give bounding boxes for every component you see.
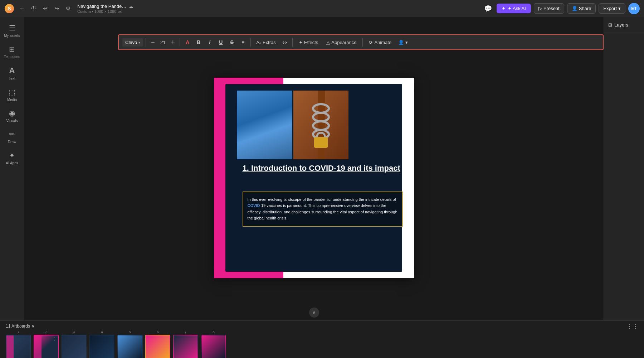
layers-label: Layers [614,22,628,28]
thumb-pink-bar-1 [6,335,14,358]
comment-button[interactable]: 💬 [482,3,494,14]
sidebar-item-my-assets[interactable]: ☰ My assets [1,20,23,41]
undo-button[interactable]: ↩ [40,4,50,14]
title-section: Navigating the Pande… ☁ Custom • 1080 × … [77,4,133,14]
sidebar-item-draw[interactable]: ✏ Draw [1,126,23,147]
ask-ai-button[interactable]: ✦ ✦ Ask AI [497,4,531,13]
filmstrip-thumb-6[interactable] [145,335,170,358]
present-button[interactable]: ▷ Present [534,3,564,14]
artboard-inner: 1. Introduction to COVID-19 and its impa… [214,78,414,278]
artboard-count: 11 Artboards ∨ [6,324,35,329]
divider-3 [250,38,251,47]
effects-icon: ✦ [299,40,303,45]
svg-point-5 [263,114,279,146]
collapse-button[interactable]: ∨ [309,308,319,318]
thumb-inner-2: ⋮ [34,335,58,358]
filmstrip-thumb-2[interactable]: ⋮ [34,335,59,358]
draw-icon: ✏ [9,130,15,139]
italic-button[interactable]: I [205,37,215,47]
export-chevron-icon: ▾ [618,6,621,11]
appearance-label: Appearance [331,40,356,45]
sidebar-item-ai-apps[interactable]: ✦ AI Apps [1,147,23,169]
animate-icon: ⟳ [369,40,373,45]
filmstrip-num-8: 8 [213,332,215,334]
font-size-value: 21 [158,40,167,45]
filmstrip-item-7[interactable]: 7 [173,332,198,358]
font-color-button[interactable]: A [182,37,192,47]
collaboration-button[interactable]: 👤 ▾ [396,38,410,47]
increase-size-button[interactable]: + [169,38,177,47]
images-row [237,91,414,159]
filmstrip-thumb-5[interactable] [117,335,142,358]
filmstrip-item-1[interactable]: 1 [6,332,31,358]
export-button[interactable]: Export ▾ [599,3,625,14]
artboard-chevron-icon[interactable]: ∨ [31,324,35,329]
font-chevron-icon: ▾ [138,40,140,44]
svg-point-3 [250,105,263,118]
strikethrough-button[interactable]: S [227,37,237,47]
text-icon: A [9,66,15,75]
underline-button[interactable]: U [216,37,226,47]
top-bar: S ← ⏱ ↩ ↪ ⚙ Navigating the Pande… ☁ Cust… [0,0,644,17]
present-label: Present [543,6,560,11]
filmstrip-item-6[interactable]: 6 [145,332,170,358]
document-subtitle: Custom • 1080 × 1080 px [77,9,133,14]
filmstrip-item-8[interactable]: 8 [201,332,226,358]
filmstrip-thumb-7[interactable] [173,335,198,358]
align-button[interactable]: ≡ [238,37,248,47]
svg-rect-0 [237,91,292,159]
ask-ai-icon: ✦ [502,6,506,11]
animate-label: Animate [374,40,391,45]
filmstrip-item-2[interactable]: 2 ⋮ [34,332,59,358]
sidebar-item-text[interactable]: A Text [1,62,23,84]
extras-label: Extras [263,40,276,45]
history-button[interactable]: ⏱ [29,4,39,14]
svg-point-6 [264,111,275,122]
svg-point-2 [247,108,267,144]
extras-button[interactable]: Aₐ Extras [253,38,279,47]
filmstrip-item-3[interactable]: 3 [62,332,87,358]
back-button[interactable]: ← [17,4,27,14]
sidebar-media-label: Media [7,98,17,102]
visuals-icon: ◉ [9,109,15,117]
collab-chevron-icon: ▾ [405,40,408,45]
thumb-pink-bar-2 [34,335,42,358]
filmstrip-thumb-4[interactable] [89,335,114,358]
sidebar-item-media[interactable]: ⬚ Media [1,84,23,105]
sidebar-item-visuals[interactable]: ◉ Visuals [1,105,23,126]
filmstrip-track: 1 2 ⋮ 3 4 [0,332,644,358]
right-panel: ⊞ Layers [604,17,644,320]
effects-button[interactable]: ✦ Effects [295,38,322,47]
filmstrip-item-4[interactable]: 4 [89,332,114,358]
filmstrip-thumb-3[interactable] [62,335,87,358]
animate-button[interactable]: ⟳ Animate [365,38,395,47]
filmstrip-item-5[interactable]: 5 [117,332,142,358]
share-button[interactable]: 👤 Share [567,3,596,14]
svg-rect-8 [237,156,292,159]
font-selector[interactable]: Chivo ▾ [122,38,143,47]
thumb-more-icon[interactable]: ⋮ [53,337,57,341]
artboard[interactable]: 1. Introduction to COVID-19 and its impa… [214,78,414,278]
filmstrip-thumb-1[interactable] [6,335,31,358]
sidebar-item-templates[interactable]: ⊞ Templates [1,41,23,62]
filmstrip-header: 11 Artboards ∨ ⋮⋮ [0,321,644,332]
filmstrip-num-6: 6 [157,332,159,334]
covid-people-image[interactable] [237,91,292,159]
spacing-button[interactable]: ⇔ [280,37,290,47]
filmstrip-num-7: 7 [185,332,187,334]
decrease-size-button[interactable]: − [148,38,157,47]
body-text-box[interactable]: In this ever-evolving landscape of the p… [243,192,403,227]
settings-button[interactable]: ⚙ [63,4,73,14]
chain-lock-image[interactable] [293,91,348,159]
canvas-scroll[interactable]: 1. Introduction to COVID-19 and its impa… [24,17,604,320]
thumb-inner-1 [6,335,30,358]
bold-button[interactable]: B [194,37,204,47]
sidebar-draw-label: Draw [8,140,16,144]
templates-icon: ⊞ [9,45,15,53]
appearance-button[interactable]: △ Appearance [323,38,360,47]
redo-button[interactable]: ↪ [52,4,62,14]
grid-view-icon[interactable]: ⋮⋮ [627,323,638,330]
dark-card: 1. Introduction to COVID-19 and its impa… [225,84,402,272]
avatar[interactable]: ET [628,3,640,14]
filmstrip-thumb-8[interactable] [201,335,226,358]
